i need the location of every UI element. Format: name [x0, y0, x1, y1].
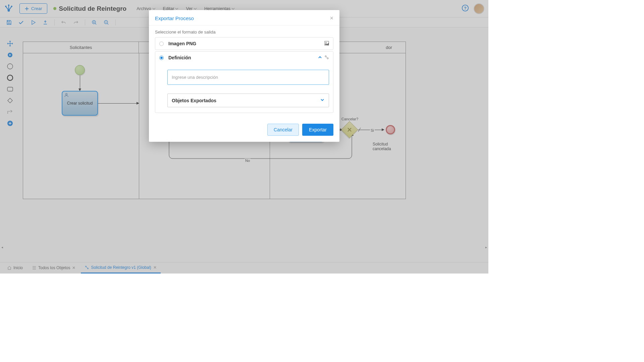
image-icon	[324, 41, 329, 46]
svg-point-22	[327, 58, 328, 59]
radio-unselected-icon	[159, 42, 164, 46]
option-definicion[interactable]: Definición Objetos Exportados	[155, 51, 333, 113]
option-imagen-png[interactable]: Imagen PNG	[155, 37, 333, 50]
chevron-down-icon	[320, 98, 325, 103]
svg-point-21	[325, 56, 326, 57]
modal-header: Exportar Proceso ×	[149, 10, 339, 25]
modal-body: Seleccione el formato de salida Imagen P…	[149, 25, 339, 119]
export-process-dialog: Exportar Proceso × Seleccione el formato…	[149, 10, 339, 142]
definition-icon	[324, 55, 329, 61]
close-icon[interactable]: ×	[330, 15, 333, 22]
export-button[interactable]: Exportar	[302, 124, 333, 136]
cancel-button[interactable]: Cancelar	[267, 124, 299, 136]
exported-objects-select[interactable]: Objetos Exportados	[167, 94, 329, 107]
radio-selected-icon	[159, 56, 164, 60]
modal-subtitle: Seleccione el formato de salida	[155, 29, 333, 35]
modal-title: Exportar Proceso	[155, 15, 194, 21]
description-input[interactable]	[167, 70, 329, 85]
modal-footer: Cancelar Exportar	[149, 119, 339, 142]
chevron-up-icon[interactable]	[318, 55, 322, 61]
svg-point-20	[326, 42, 327, 43]
